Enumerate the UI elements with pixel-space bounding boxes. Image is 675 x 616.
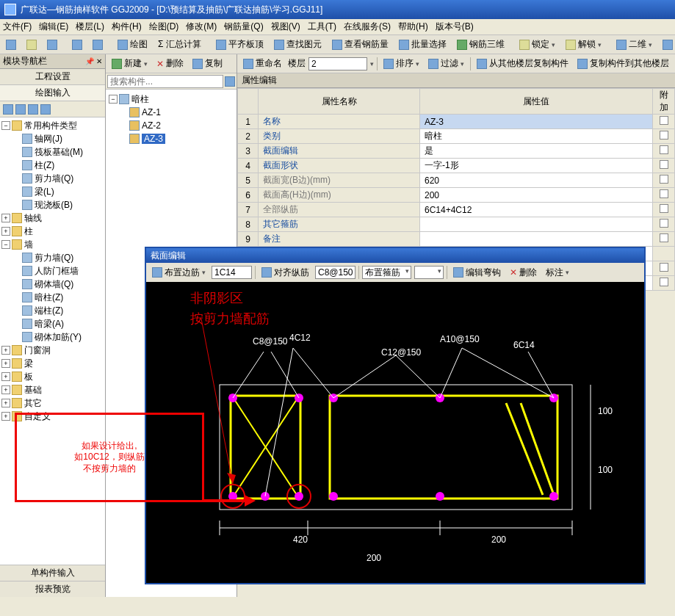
comp-item[interactable]: AZ-1 <box>142 107 161 117</box>
prop-extra-cell[interactable] <box>653 247 675 261</box>
tree-item[interactable]: 柱(Z) <box>35 159 54 172</box>
prop-extra-cell[interactable] <box>653 276 675 291</box>
prop-row[interactable]: 5截面宽(B边)(mm)620 <box>238 173 675 188</box>
se-edit-hook-button[interactable]: 编辑弯钩 <box>450 265 504 280</box>
tb-flat-top-button[interactable]: 平齐板顶 <box>213 37 267 52</box>
cb-del-button[interactable]: ✕删除 <box>154 56 187 71</box>
tb-2d-button[interactable]: 二维▾ <box>613 37 655 52</box>
mb-filter-button[interactable]: 过滤▾ <box>425 56 467 71</box>
tree-item[interactable]: 筏板基础(M) <box>35 146 83 159</box>
prop-row[interactable]: 7全部纵筋6C14+4C12 <box>238 203 675 217</box>
se-edge-rebar-button[interactable]: 布置边筋▾ <box>149 265 209 280</box>
tb-batch-select-button[interactable]: 批量选择 <box>396 37 450 52</box>
tree-group[interactable]: 柱 <box>24 225 33 238</box>
sb-tool3-icon[interactable] <box>28 104 38 115</box>
se-del-button[interactable]: ✕删除 <box>507 265 540 280</box>
sb-tool4-icon[interactable] <box>40 104 51 115</box>
prop-extra-cell[interactable] <box>653 173 675 188</box>
sb-expand-icon[interactable] <box>3 104 13 115</box>
comp-root[interactable]: 暗柱 <box>131 93 149 106</box>
menu-view[interactable]: 视图(V) <box>271 21 300 33</box>
sidebar-tab-report[interactable]: 报表预览 <box>0 581 105 597</box>
sidebar-tab-draw[interactable]: 绘图输入 <box>0 85 105 101</box>
tree-item[interactable]: 人防门框墙 <box>35 265 79 278</box>
prop-row[interactable]: 4截面形状一字-1形 <box>238 159 675 173</box>
tree-group[interactable]: 其它 <box>24 397 42 410</box>
search-input[interactable] <box>107 75 223 88</box>
menu-edit[interactable]: 编辑(E) <box>39 21 68 33</box>
tb-new-icon[interactable] <box>3 38 19 51</box>
checkbox[interactable] <box>660 131 668 139</box>
tree-item[interactable]: 砌体加筋(Y) <box>35 331 82 344</box>
mb-rename-button[interactable]: 重命名 <box>240 56 285 71</box>
tree-group[interactable]: 门窗洞 <box>24 344 51 357</box>
se-align-input[interactable] <box>315 266 355 279</box>
tree-item[interactable]: 暗柱(Z) <box>35 291 63 304</box>
sidebar-tab-setup[interactable]: 工程设置 <box>0 69 105 85</box>
mb-copy-to-button[interactable]: 复制构件到其他楼层 <box>574 56 672 71</box>
prop-extra-cell[interactable] <box>653 203 675 217</box>
tree-root[interactable]: 常用构件类型 <box>24 120 77 132</box>
tb-lock-button[interactable]: 锁定▾ <box>516 37 558 52</box>
se-note-button[interactable]: 标注▾ <box>543 265 572 280</box>
tb-open-icon[interactable] <box>24 38 40 51</box>
menu-online[interactable]: 在线服务(S) <box>344 21 391 33</box>
tree-item[interactable]: 剪力墙(Q) <box>35 252 73 264</box>
prop-value-cell[interactable]: 是 <box>420 144 653 159</box>
checkbox[interactable] <box>660 204 668 213</box>
tb-unlock-button[interactable]: 解锁▾ <box>563 37 604 52</box>
tree-item[interactable]: 轴网(J) <box>35 133 62 145</box>
prop-extra-cell[interactable] <box>653 188 675 203</box>
tree-group[interactable]: 基础 <box>24 384 42 396</box>
prop-extra-cell[interactable] <box>653 217 675 232</box>
tb-undo-icon[interactable] <box>69 38 85 51</box>
section-canvas[interactable]: 非阴影区 按剪力墙配筋 <box>146 282 644 583</box>
tree-item[interactable]: 砌体墙(Q) <box>35 278 73 291</box>
tb-redo-icon[interactable] <box>90 38 106 51</box>
tb-find-elem-button[interactable]: 查找图元 <box>271 37 325 52</box>
prop-row[interactable]: 9备注 <box>238 232 675 247</box>
menu-file[interactable]: 文件(F) <box>3 21 32 33</box>
checkbox[interactable] <box>660 219 668 228</box>
se-stirrup-sub-combo[interactable] <box>414 266 444 279</box>
tree-group[interactable]: 墙 <box>24 239 33 251</box>
mb-sort-button[interactable]: 排序▾ <box>380 56 422 71</box>
prop-value-cell[interactable] <box>420 232 653 247</box>
menu-component[interactable]: 构件(H) <box>112 21 142 33</box>
prop-row[interactable]: 6截面高(H边)(mm)200 <box>238 188 675 203</box>
se-align-rebar-button[interactable]: 对齐纵筋 <box>259 265 312 280</box>
checkbox[interactable] <box>660 175 668 184</box>
tb-rebar-3d-button[interactable]: 钢筋三维 <box>454 37 508 52</box>
se-edge-input[interactable] <box>212 266 252 279</box>
prop-row[interactable]: 1名称AZ-3 <box>238 115 675 129</box>
menu-tool[interactable]: 工具(T) <box>308 21 336 33</box>
checkbox[interactable] <box>660 145 668 154</box>
checkbox[interactable] <box>660 233 668 242</box>
prop-row[interactable]: 3截面编辑是 <box>238 144 675 159</box>
tb-bird-button[interactable]: 俯视 <box>660 37 675 52</box>
prop-value-cell[interactable]: 6C14+4C12 <box>420 203 653 217</box>
search-icon[interactable] <box>225 76 235 87</box>
prop-row[interactable]: 8其它箍筋 <box>238 217 675 232</box>
tb-draw-button[interactable]: 绘图 <box>115 37 151 52</box>
prop-extra-cell[interactable] <box>653 129 675 144</box>
checkbox[interactable] <box>660 189 668 198</box>
menu-help[interactable]: 帮助(H) <box>398 21 428 33</box>
tree-item[interactable]: 剪力墙(Q) <box>35 173 73 185</box>
tb-save-icon[interactable] <box>44 38 60 51</box>
checkbox[interactable] <box>660 116 668 125</box>
prop-value-cell[interactable] <box>420 217 653 232</box>
tree-group[interactable]: 梁 <box>24 358 33 370</box>
prop-value-cell[interactable]: 200 <box>420 188 653 203</box>
tb-view-rebar-button[interactable]: 查看钢筋量 <box>329 37 391 52</box>
se-stirrup-combo[interactable]: 布置箍筋 <box>362 266 411 279</box>
prop-value-cell[interactable]: 620 <box>420 173 653 188</box>
tree-item[interactable]: 现浇板(B) <box>35 199 73 211</box>
tree-group[interactable]: 轴线 <box>24 212 42 225</box>
comp-item-selected[interactable]: AZ-3 <box>142 134 165 144</box>
prop-extra-cell[interactable] <box>653 261 675 276</box>
prop-value-cell[interactable]: AZ-3 <box>420 115 653 129</box>
prop-extra-cell[interactable] <box>653 115 675 129</box>
prop-value-cell[interactable]: 暗柱 <box>420 129 653 144</box>
mb-copy-from-button[interactable]: 从其他楼层复制构件 <box>474 56 571 71</box>
